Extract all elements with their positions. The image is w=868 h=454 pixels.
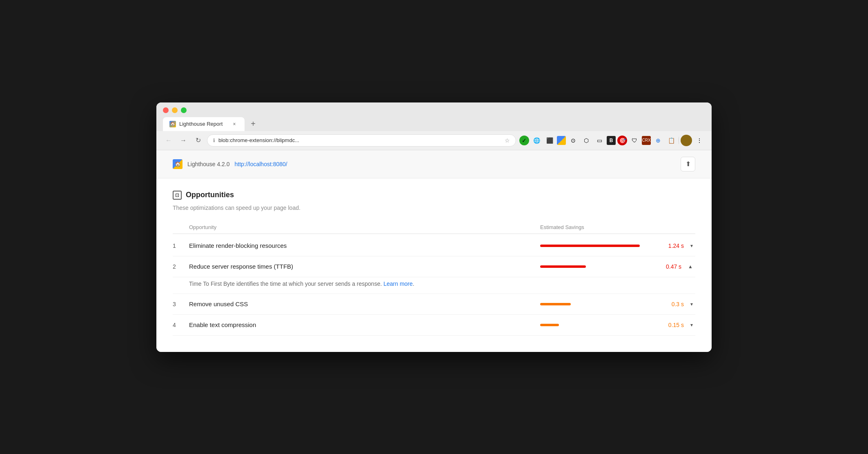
col-header-opportunity: Opportunity — [173, 224, 540, 230]
tab-close-button[interactable]: × — [231, 120, 238, 128]
forward-button[interactable]: → — [178, 135, 189, 146]
window-controls — [163, 107, 705, 113]
learn-more-link-2[interactable]: Learn more — [383, 280, 413, 287]
row-number-2: 2 — [173, 263, 189, 270]
opportunity-item-3: 3 Remove unused CSS 0.3 s ▾ — [173, 294, 695, 315]
row-savings-2: 0.47 s ▲ — [540, 263, 695, 270]
extension-icon-5[interactable]: ⊙ — [568, 135, 579, 146]
url-bar[interactable]: ℹ blob:chrome-extension://blipmdc... ☆ — [207, 134, 516, 147]
savings-value-3: 0.3 s — [661, 301, 684, 307]
extension-icon-6[interactable]: ⬡ — [581, 135, 592, 146]
row-savings-3: 0.3 s ▾ — [540, 300, 695, 308]
row-number-1: 1 — [173, 243, 189, 249]
col-header-savings: Estimated Savings — [540, 224, 695, 230]
savings-bar-4 — [540, 324, 559, 326]
new-tab-button[interactable]: + — [247, 118, 259, 130]
close-button[interactable] — [163, 107, 169, 113]
toggle-button-1[interactable]: ▾ — [688, 242, 695, 249]
tabs-row: 🏠 Lighthouse Report × + — [163, 117, 705, 131]
row-title-4: Enable text compression — [189, 321, 540, 328]
opportunity-row: 2 Reduce server response times (TTFB) 0.… — [173, 256, 695, 294]
row-number-4: 4 — [173, 322, 189, 328]
section-description: These optimizations can speed up your pa… — [173, 205, 695, 211]
url-text: blob:chrome-extension://blipmdc... — [218, 137, 501, 143]
row-savings-4: 0.15 s ▾ — [540, 321, 695, 329]
row-title-1: Eliminate render-blocking resources — [189, 242, 540, 249]
opportunity-item-4: 4 Enable text compression 0.15 s ▾ — [173, 315, 695, 336]
expanded-content-2: Time To First Byte identifies the time a… — [173, 277, 695, 294]
page-content: 🏠 Lighthouse 4.2.0 http://localhost:8080… — [156, 150, 712, 352]
tab-favicon: 🏠 — [169, 121, 176, 127]
bookmark-icon: ☆ — [505, 137, 510, 144]
separator — [679, 136, 679, 145]
savings-value-1: 1.24 s — [661, 243, 684, 249]
extension-icon-8[interactable]: B — [607, 136, 616, 145]
profile-icon[interactable] — [681, 135, 692, 146]
lighthouse-toolbar-icon[interactable] — [557, 136, 566, 145]
extension-icon-1[interactable]: ✓ — [519, 136, 529, 145]
section-title: Opportunities — [186, 191, 234, 199]
savings-bar-3 — [540, 303, 571, 305]
toggle-button-3[interactable]: ▾ — [688, 300, 695, 308]
extension-icon-10[interactable]: 🛡 — [629, 135, 640, 146]
opportunity-item-1: 1 Eliminate render-blocking resources 1.… — [173, 236, 695, 256]
savings-value-2: 0.47 s — [659, 263, 681, 270]
extension-icon-3[interactable]: ⬛ — [544, 135, 555, 146]
extension-icon-12[interactable]: ⊕ — [652, 135, 664, 146]
savings-value-4: 0.15 s — [661, 322, 684, 328]
bar-container-2 — [540, 265, 655, 268]
toggle-button-2[interactable]: ▲ — [685, 263, 695, 270]
row-number-3: 3 — [173, 301, 189, 307]
lighthouse-url[interactable]: http://localhost:8080/ — [235, 161, 287, 167]
bar-container-4 — [540, 324, 657, 326]
opportunity-row: 3 Remove unused CSS 0.3 s ▾ — [173, 294, 695, 315]
lighthouse-version: Lighthouse 4.2.0 — [187, 161, 230, 167]
extension-icon-11[interactable]: CRX — [642, 136, 651, 145]
savings-bar-1 — [540, 245, 640, 247]
browser-window: 🏠 Lighthouse Report × + ← → ↻ ℹ blob:chr… — [156, 102, 712, 352]
savings-bar-2 — [540, 265, 586, 268]
table-header: Opportunity Estimated Savings — [173, 221, 695, 234]
menu-icon[interactable]: ⋮ — [694, 135, 705, 146]
toolbar-icons: ✓ 🌐 ⬛ ⊙ ⬡ ▭ B 🎯 🛡 CRX ⊕ 📋 ⋮ — [519, 135, 705, 146]
tab-title: Lighthouse Report — [179, 121, 223, 127]
reload-button[interactable]: ↻ — [192, 135, 204, 146]
lighthouse-header: 🏠 Lighthouse 4.2.0 http://localhost:8080… — [156, 150, 712, 178]
opportunity-row: 4 Enable text compression 0.15 s ▾ — [173, 315, 695, 336]
maximize-button[interactable] — [181, 107, 187, 113]
bar-container-1 — [540, 245, 657, 247]
section-header: ⊡ Opportunities — [173, 191, 695, 200]
address-bar: ← → ↻ ℹ blob:chrome-extension://blipmdc.… — [156, 131, 712, 150]
bar-container-3 — [540, 303, 657, 305]
row-title-2: Reduce server response times (TTFB) — [189, 263, 540, 270]
back-button[interactable]: ← — [163, 135, 174, 146]
extension-icon-7[interactable]: ▭ — [594, 135, 605, 146]
security-icon: ℹ — [213, 138, 215, 143]
report-body: ⊡ Opportunities These optimizations can … — [156, 178, 712, 352]
opportunity-row: 1 Eliminate render-blocking resources 1.… — [173, 236, 695, 256]
minimize-button[interactable] — [172, 107, 178, 113]
opportunities-list: 1 Eliminate render-blocking resources 1.… — [173, 236, 695, 336]
extension-icon-9[interactable]: 🎯 — [617, 136, 627, 145]
toggle-button-4[interactable]: ▾ — [688, 321, 695, 329]
lighthouse-logo: 🏠 — [173, 159, 183, 169]
row-title-3: Remove unused CSS — [189, 300, 540, 307]
active-tab[interactable]: 🏠 Lighthouse Report × — [163, 117, 245, 131]
extension-icon-13[interactable]: 📋 — [665, 135, 677, 146]
share-button[interactable]: ⬆ — [681, 157, 695, 171]
opportunity-item-2: 2 Reduce server response times (TTFB) 0.… — [173, 256, 695, 277]
section-icon: ⊡ — [173, 191, 182, 200]
title-bar: 🏠 Lighthouse Report × + — [156, 102, 712, 131]
row-savings-1: 1.24 s ▾ — [540, 242, 695, 249]
extension-icon-2[interactable]: 🌐 — [531, 135, 542, 146]
